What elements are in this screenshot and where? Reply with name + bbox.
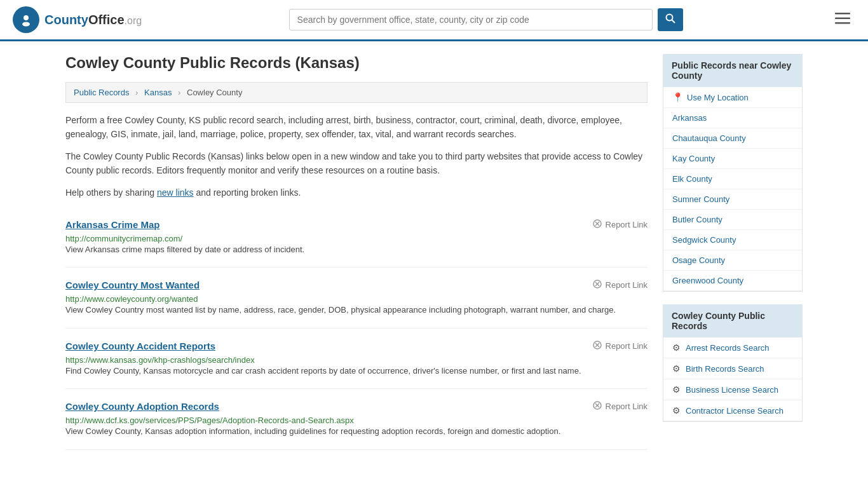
report-link-button[interactable]: Report Link [592, 219, 648, 231]
record-url[interactable]: http://www.cowleycounty.org/wanted [65, 294, 198, 304]
record-type-icon: ⚙ [672, 363, 681, 374]
sidebar-record-item: ⚙ Birth Records Search [663, 358, 802, 379]
record-url[interactable]: https://www.kansas.gov/khp-crashlogs/sea… [65, 355, 255, 365]
report-icon [592, 400, 602, 412]
content-area: Cowley County Public Records (Kansas) Pu… [65, 54, 648, 450]
report-icon [592, 279, 602, 291]
records-section: Cowley County Public Records ⚙ Arrest Re… [663, 304, 803, 422]
svg-point-3 [666, 15, 672, 21]
record-header: Cowley County Accident Reports Report Li… [65, 340, 648, 352]
records-section-header: Cowley County Public Records [663, 304, 803, 337]
nearby-list-item: Osage County [663, 250, 802, 271]
record-item: Arkansas Crime Map Report Link http://co… [65, 207, 648, 268]
nearby-link[interactable]: Elk County [663, 169, 802, 189]
nearby-list-item: Arkansas [663, 108, 802, 128]
logo-area: CountyOffice.org [13, 6, 142, 33]
nearby-list-item: Elk County [663, 169, 802, 189]
svg-rect-5 [835, 13, 850, 15]
report-link-label: Report Link [606, 280, 648, 290]
description-1: Perform a free Cowley County, KS public … [65, 113, 648, 142]
description-3: Help others by sharing new links and rep… [65, 186, 648, 200]
sidebar-record-link[interactable]: ⚙ Contractor License Search [663, 400, 802, 421]
sidebar-record-item: ⚙ Business License Search [663, 379, 802, 400]
description-3a: Help others by sharing [65, 187, 154, 198]
sidebar: Public Records near Cowley County 📍 Use … [663, 54, 803, 450]
record-item: Cowley County Accident Reports Report Li… [65, 329, 648, 390]
record-title[interactable]: Cowley County Adoption Records [65, 401, 219, 412]
nearby-list-item: Butler County [663, 210, 802, 230]
breadcrumb-current: Cowley County [187, 88, 242, 97]
report-link-button[interactable]: Report Link [592, 340, 648, 352]
use-location-item: 📍 Use My Location [663, 87, 802, 108]
record-description: View Cowley County, Kansas adoption info… [65, 425, 648, 438]
breadcrumb-public-records[interactable]: Public Records [74, 88, 129, 97]
record-type-icon: ⚙ [672, 342, 681, 353]
main-container: Cowley County Public Records (Kansas) Pu… [53, 41, 815, 463]
search-input[interactable] [289, 9, 653, 30]
nearby-section: Public Records near Cowley County 📍 Use … [663, 54, 803, 292]
description-3b: and reporting broken links. [196, 187, 301, 198]
nearby-list-item: Chautauqua County [663, 128, 802, 149]
search-area [289, 8, 683, 31]
svg-point-1 [24, 15, 29, 20]
record-title[interactable]: Cowley Country Most Wanted [65, 280, 200, 290]
report-link-button[interactable]: Report Link [592, 400, 648, 412]
record-title[interactable]: Arkansas Crime Map [65, 219, 159, 230]
records-list: Arkansas Crime Map Report Link http://co… [65, 207, 648, 450]
record-url[interactable]: http://communitycrimemap.com/ [65, 234, 182, 243]
nearby-link[interactable]: Sumner County [663, 189, 802, 210]
sidebar-record-link[interactable]: ⚙ Birth Records Search [663, 358, 802, 379]
nearby-list-item: Kay County [663, 149, 802, 169]
report-icon [592, 340, 602, 352]
page-title: Cowley County Public Records (Kansas) [65, 54, 648, 72]
svg-point-2 [22, 22, 30, 27]
logo-icon [13, 6, 39, 33]
record-item: Cowley County Adoption Records Report Li… [65, 389, 648, 450]
breadcrumb-kansas[interactable]: Kansas [144, 88, 172, 97]
record-description: Find Cowley County, Kansas motorcycle an… [65, 365, 648, 377]
record-type-icon: ⚙ [672, 384, 681, 395]
sidebar-record-item: ⚙ Contractor License Search [663, 400, 802, 421]
nearby-link[interactable]: Osage County [663, 250, 802, 271]
nearby-link[interactable]: Greenwood County [663, 271, 802, 291]
breadcrumb-sep-1: › [135, 88, 138, 97]
record-url[interactable]: http://www.dcf.ks.gov/services/PPS/Pages… [65, 416, 354, 425]
record-header: Arkansas Crime Map Report Link [65, 219, 648, 231]
search-button[interactable] [658, 8, 683, 31]
nearby-link[interactable]: Butler County [663, 210, 802, 230]
nearby-link[interactable]: Arkansas [663, 108, 802, 128]
location-dot-icon: 📍 [672, 92, 683, 102]
nearby-link[interactable]: Kay County [663, 149, 802, 169]
nearby-link[interactable]: Chautauqua County [663, 128, 802, 149]
breadcrumb-sep-2: › [178, 88, 180, 97]
logo-text: CountyOffice.org [44, 13, 142, 27]
report-icon [592, 219, 602, 231]
record-type-icon: ⚙ [672, 405, 681, 416]
nearby-link[interactable]: Sedgwick County [663, 230, 802, 250]
record-title[interactable]: Cowley County Accident Reports [65, 341, 215, 351]
new-links-link[interactable]: new links [157, 187, 194, 198]
sidebar-record-item: ⚙ Arrest Records Search [663, 337, 802, 358]
report-link-label: Report Link [606, 402, 648, 411]
description-2: The Cowley County Public Records (Kansas… [65, 149, 648, 178]
nearby-header: Public Records near Cowley County [663, 54, 803, 87]
use-location-link[interactable]: Use My Location [687, 93, 749, 102]
report-link-button[interactable]: Report Link [592, 279, 648, 291]
sidebar-record-label: Contractor License Search [686, 406, 783, 416]
sidebar-record-link[interactable]: ⚙ Arrest Records Search [663, 337, 802, 358]
site-header: CountyOffice.org [0, 0, 868, 41]
sidebar-record-label: Arrest Records Search [686, 343, 770, 353]
svg-rect-6 [835, 18, 850, 20]
nearby-list: 📍 Use My Location ArkansasChautauqua Cou… [663, 87, 803, 292]
sidebar-record-label: Business License Search [686, 385, 778, 395]
record-header: Cowley County Adoption Records Report Li… [65, 400, 648, 412]
sidebar-record-label: Birth Records Search [686, 364, 764, 374]
breadcrumb: Public Records › Kansas › Cowley County [65, 82, 648, 103]
menu-button[interactable] [830, 9, 855, 30]
sidebar-record-link[interactable]: ⚙ Business License Search [663, 379, 802, 400]
records-links-list: ⚙ Arrest Records Search ⚙ Birth Records … [663, 337, 803, 422]
record-item: Cowley Country Most Wanted Report Link h… [65, 268, 648, 329]
report-link-label: Report Link [606, 220, 648, 229]
nearby-list-item: Greenwood County [663, 271, 802, 291]
svg-line-4 [672, 20, 675, 24]
